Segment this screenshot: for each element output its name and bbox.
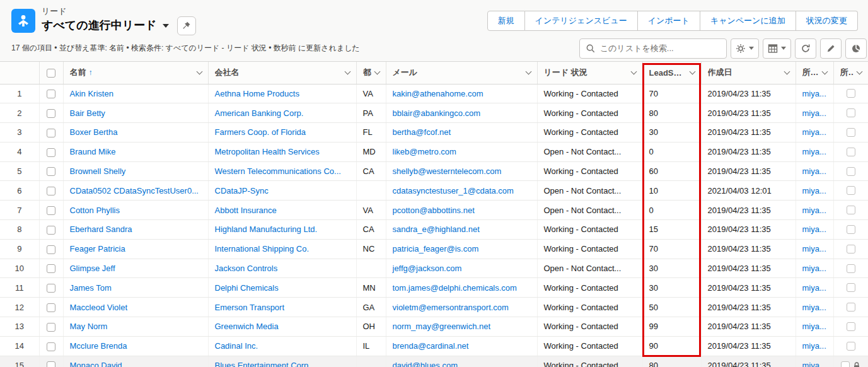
column-header-name[interactable]: 名前 [63,62,208,84]
chevron-down-icon[interactable] [374,69,380,75]
company-link[interactable]: Delphi Chemicals [215,283,279,293]
owner-link[interactable]: miya... [802,186,826,195]
row-checkbox[interactable] [47,245,55,254]
lead-name-link[interactable]: Boxer Bertha [70,127,118,137]
lead-name-link[interactable]: Braund Mike [70,147,116,156]
chevron-down-icon[interactable] [630,69,637,75]
email-link[interactable]: likeb@metro.com [393,147,456,156]
row-checkbox[interactable] [47,129,55,137]
chevron-down-icon[interactable] [784,69,790,75]
flag-checkbox[interactable] [847,264,855,273]
flag-checkbox[interactable] [847,342,855,351]
column-header-created-date[interactable]: 作成日 [701,62,796,84]
row-checkbox[interactable] [47,303,55,312]
company-link[interactable]: Western Telecommunications Co... [215,166,341,176]
company-link[interactable]: Abbott Insurance [215,206,277,215]
lead-name-link[interactable]: Akin Kristen [70,89,113,98]
email-link[interactable]: tom.james@delphi.chemicals.com [393,283,517,293]
intelligence-view-button[interactable]: インテリジェンスビュー [525,11,638,31]
chevron-down-icon[interactable] [857,69,863,75]
flag-checkbox[interactable] [847,283,855,292]
row-checkbox[interactable] [47,361,55,367]
edit-list-button[interactable] [820,38,842,59]
email-link[interactable]: david@blues.com [393,361,458,367]
row-checkbox[interactable] [47,109,55,118]
company-link[interactable]: Greenwich Media [215,322,279,331]
add-to-campaign-button[interactable]: キャンペーンに追加 [700,11,796,31]
flag-checkbox[interactable] [847,303,855,312]
company-link[interactable]: Highland Manufacturing Ltd. [215,224,318,234]
flag-checkbox[interactable] [847,89,855,98]
company-link[interactable]: Emerson Transport [215,303,285,312]
owner-link[interactable]: miya... [802,206,826,215]
lead-name-link[interactable]: Eberhard Sandra [70,224,132,234]
email-link[interactable]: kakin@athenahome.com [393,89,483,98]
lead-name-link[interactable]: Mcclure Brenda [70,341,127,351]
row-checkbox[interactable] [47,167,55,176]
chevron-down-icon[interactable] [821,69,828,75]
email-link[interactable]: bertha@fcof.net [393,127,451,137]
owner-link[interactable]: miya [802,361,819,367]
search-input[interactable] [600,44,720,53]
owner-link[interactable]: miya... [802,264,826,273]
company-link[interactable]: Jackson Controls [215,264,278,273]
display-as-button[interactable] [763,38,791,59]
email-link[interactable]: norm_may@greenwich.net [393,322,491,331]
chevron-down-icon[interactable] [196,69,202,75]
column-header-state[interactable]: 都... [356,62,386,84]
row-checkbox[interactable] [47,226,55,235]
column-header-owner[interactable]: 所有... [796,62,833,84]
refresh-button[interactable] [795,38,816,59]
row-checkbox[interactable] [47,206,55,215]
flag-checkbox[interactable] [847,245,855,253]
row-checkbox[interactable] [47,187,55,195]
company-link[interactable]: Metropolitan Health Services [215,147,320,156]
lead-name-link[interactable]: Feager Patricia [70,244,125,253]
owner-link[interactable]: miya... [802,303,826,312]
list-search-box[interactable] [579,38,727,59]
lead-name-link[interactable]: Bair Betty [70,108,105,118]
owner-link[interactable]: miya... [802,283,826,293]
owner-link[interactable]: miya... [802,322,826,331]
lead-name-link[interactable]: Brownell Shelly [70,166,126,176]
lead-name-link[interactable]: Glimpse Jeff [70,264,115,273]
owner-link[interactable]: miya... [802,224,826,234]
email-link[interactable]: sandra_e@highland.net [393,224,480,234]
column-header-lead-status[interactable]: リード 状況 [537,62,642,84]
lead-name-link[interactable]: Maccleod Violet [70,303,128,312]
list-settings-button[interactable] [731,38,759,59]
email-link[interactable]: pcotton@abbottins.net [393,206,475,215]
company-link[interactable]: Aethna Home Products [215,89,299,98]
company-link[interactable]: Cadinal Inc. [215,341,258,351]
row-checkbox[interactable] [47,284,55,293]
import-button[interactable]: インポート [638,11,700,31]
email-link[interactable]: brenda@cardinal.net [393,341,469,351]
column-header-company[interactable]: 会社名 [208,62,356,84]
email-link[interactable]: cdatasynctestuser_1@cdata.com [393,186,514,195]
owner-link[interactable]: miya... [802,127,826,137]
owner-link[interactable]: miya... [802,166,826,176]
owner-link[interactable]: miya... [802,147,826,156]
row-checkbox[interactable] [47,148,55,157]
flag-checkbox[interactable] [847,108,855,117]
flag-checkbox[interactable] [847,128,855,137]
new-button[interactable]: 新規 [487,11,525,31]
email-link[interactable]: patricia_feager@is.com [393,244,479,253]
list-view-selector-caret-icon[interactable] [163,24,169,28]
pin-list-view-button[interactable] [177,16,196,35]
owner-link[interactable]: miya... [802,89,826,98]
lead-name-link[interactable]: Monaco David [70,361,122,367]
lead-name-link[interactable]: James Tom [70,283,112,293]
column-header-email[interactable]: メール [386,62,537,84]
row-checkbox[interactable] [47,264,55,273]
chevron-down-icon[interactable] [525,69,531,75]
email-link[interactable]: violetm@emersontransport.com [393,303,509,312]
change-status-button[interactable]: 状況の変更 [796,11,858,31]
row-checkbox[interactable] [47,90,55,98]
chevron-down-icon[interactable] [344,69,350,75]
email-link[interactable]: bblair@abankingco.com [393,108,481,118]
owner-link[interactable]: miya... [802,108,826,118]
owner-link[interactable]: miya... [802,244,826,253]
flag-checkbox[interactable] [847,206,855,214]
chevron-down-icon[interactable] [689,69,695,75]
